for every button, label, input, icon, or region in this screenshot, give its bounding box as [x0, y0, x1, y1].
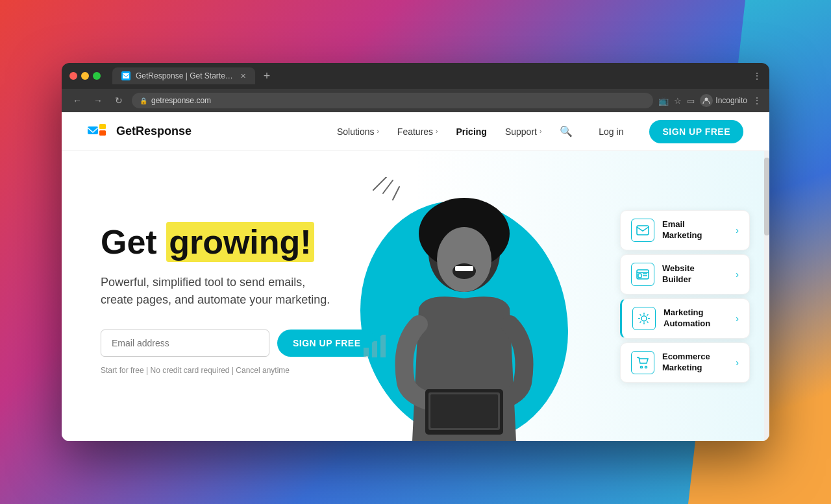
email-marketing-arrow: › — [736, 225, 739, 235]
incognito-indicator: Incognito — [700, 94, 747, 107]
more-options-icon[interactable]: ⋮ — [752, 95, 762, 106]
nav-solutions[interactable]: Solutions › — [337, 126, 379, 137]
new-tab-button[interactable]: + — [258, 67, 276, 85]
tab-favicon-icon — [121, 71, 130, 80]
logo-text: GetResponse — [116, 125, 192, 138]
address-bar[interactable]: 🔒 getresponse.com — [132, 93, 653, 108]
ecommerce-marketing-label: EcommerceMarketing — [662, 352, 728, 374]
website-builder-label: WebsiteBuilder — [662, 263, 728, 285]
browser-nav-actions: ⋮ — [752, 71, 762, 81]
url-text: getresponse.com — [151, 96, 211, 105]
feature-card-automation[interactable]: MarketingAutomation › — [620, 298, 750, 339]
login-button[interactable]: Log in — [591, 123, 631, 141]
browser-right-actions: 📺 ☆ ▭ Incognito ⋮ — [658, 94, 762, 107]
svg-point-25 — [641, 366, 643, 368]
browser-chrome: GetResponse | Get Started wi... ✕ + ⋮ — [62, 63, 769, 89]
incognito-label: Incognito — [715, 96, 747, 105]
nav-links: Solutions › Features › Pricing Support ›… — [337, 120, 743, 143]
logo[interactable]: GetResponse — [88, 124, 192, 139]
svg-point-26 — [645, 366, 647, 368]
logo-icon — [88, 124, 111, 139]
email-input[interactable] — [101, 330, 269, 357]
signup-button[interactable]: SIGN UP FREE — [649, 120, 743, 143]
incognito-avatar — [700, 94, 713, 107]
cast-icon: 📺 — [658, 96, 669, 106]
nav-support[interactable]: Support › — [505, 126, 541, 137]
features-chevron: › — [436, 128, 438, 135]
svg-rect-2 — [99, 124, 106, 129]
marketing-automation-icon — [632, 307, 656, 330]
traffic-lights — [69, 72, 101, 80]
marketing-automation-text: MarketingAutomation — [664, 307, 728, 330]
close-window-button[interactable] — [69, 72, 77, 80]
website-builder-text: WebsiteBuilder — [662, 263, 728, 285]
email-marketing-text: EmailMarketing — [662, 219, 728, 241]
tab-bar: GetResponse | Get Started wi... ✕ + — [112, 67, 747, 85]
bookmark-icon[interactable]: ☆ — [674, 96, 682, 106]
tab-settings-icon[interactable]: ▭ — [687, 96, 695, 106]
browser-window: GetResponse | Get Started wi... ✕ + ⋮ ← … — [62, 63, 769, 441]
svg-rect-1 — [88, 126, 98, 134]
svg-rect-21 — [638, 274, 641, 278]
hero-section: Get growing! Powerful, simplified tool t… — [62, 151, 769, 441]
ecommerce-marketing-text: EcommerceMarketing — [662, 352, 728, 374]
feature-card-email[interactable]: EmailMarketing › — [620, 210, 750, 250]
hero-subtext: Powerful, simplified tool to send emails… — [101, 274, 347, 309]
site-navbar: GetResponse Solutions › Features › Prici… — [62, 112, 769, 151]
back-button[interactable]: ← — [69, 93, 85, 108]
email-marketing-label: EmailMarketing — [662, 219, 728, 241]
lock-icon: 🔒 — [140, 97, 147, 104]
website-content: GetResponse Solutions › Features › Prici… — [62, 112, 769, 441]
nav-features[interactable]: Features › — [397, 126, 438, 137]
headline-part1: Get — [101, 223, 166, 261]
browser-tab-active[interactable]: GetResponse | Get Started wi... ✕ — [112, 67, 255, 84]
forward-button[interactable]: → — [90, 93, 106, 108]
marketing-automation-label: MarketingAutomation — [664, 307, 728, 330]
solutions-chevron: › — [377, 128, 379, 135]
feature-card-website[interactable]: WebsiteBuilder › — [620, 254, 750, 294]
tab-close-button[interactable]: ✕ — [240, 72, 246, 80]
stats-icon — [360, 328, 393, 363]
svg-rect-18 — [637, 226, 649, 235]
ecommerce-marketing-arrow: › — [736, 357, 739, 368]
tab-title-text: GetResponse | Get Started wi... — [136, 71, 235, 80]
website-builder-icon — [631, 263, 654, 286]
email-marketing-icon — [631, 219, 654, 242]
svg-rect-15 — [364, 348, 369, 357]
marketing-automation-arrow: › — [736, 313, 739, 324]
feature-card-ecommerce[interactable]: EcommerceMarketing › — [620, 342, 750, 383]
website-builder-arrow: › — [736, 269, 739, 280]
ecommerce-marketing-icon — [631, 351, 654, 374]
svg-rect-16 — [372, 341, 377, 357]
support-chevron: › — [540, 128, 541, 135]
browser-nav-bar: ← → ↻ 🔒 getresponse.com 📺 ☆ ▭ Incognito … — [62, 89, 769, 112]
nav-pricing[interactable]: Pricing — [456, 126, 486, 137]
maximize-window-button[interactable] — [93, 72, 101, 80]
search-icon[interactable]: 🔍 — [560, 125, 573, 138]
headline-highlight: growing! — [166, 222, 314, 262]
menu-icon[interactable]: ⋮ — [752, 71, 762, 81]
minimize-window-button[interactable] — [81, 72, 89, 80]
svg-point-24 — [641, 316, 647, 321]
feature-cards: EmailMarketing › — [620, 210, 750, 383]
svg-rect-3 — [99, 130, 106, 136]
refresh-button[interactable]: ↻ — [111, 93, 127, 108]
svg-rect-17 — [380, 335, 386, 357]
